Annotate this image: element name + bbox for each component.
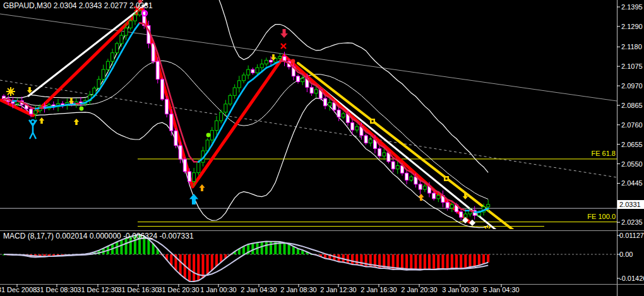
- macd-histogram-bar: [441, 254, 444, 269]
- time-axis-label: 2 Jan 20:30: [401, 286, 438, 294]
- macd-histogram-bar: [428, 254, 431, 269]
- ma-line-segment: [253, 76, 257, 80]
- macd-histogram-bar: [147, 239, 150, 254]
- candle-body: [278, 57, 282, 59]
- candle-body: [419, 184, 422, 189]
- ma-line-segment: [244, 83, 248, 89]
- macd-histogram-bar: [405, 254, 408, 270]
- candle-body: [464, 214, 467, 217]
- star-marker: [483, 225, 492, 234]
- candle-body: [437, 196, 440, 199]
- chart-canvas[interactable]: [0, 0, 644, 296]
- zigzag-line: [0, 9, 470, 223]
- candle-body: [460, 211, 463, 217]
- candle-body: [301, 78, 304, 81]
- macd-histogram-bar: [451, 254, 453, 268]
- price-axis-label: 2.0865: [621, 102, 643, 110]
- ma-line-segment: [135, 23, 140, 29]
- macd-indicator-label: MACD (8,17,7) 0.002014 0.000000 -0.00632…: [3, 232, 194, 240]
- candle-body: [405, 173, 408, 180]
- candle-body: [106, 61, 109, 69]
- macd-histogram-bar: [487, 254, 489, 263]
- price-axis-label: 2.1180: [621, 43, 642, 51]
- macd-histogram-bar: [478, 254, 480, 265]
- macd-histogram-bar: [288, 244, 290, 254]
- candle-body: [423, 186, 426, 189]
- price-axis-label: 2.0655: [621, 141, 643, 149]
- time-axis-label: 5 Jan 04:30: [483, 286, 520, 294]
- arrow-up-marker: [39, 117, 44, 124]
- macd-histogram-bar: [251, 244, 254, 254]
- candle-body: [297, 76, 300, 82]
- mt4-chart-window: GBPAUD,M30 2.0304 2.0343 2.0277 2.0331 M…: [0, 0, 644, 296]
- macd-histogram-bar: [292, 246, 295, 254]
- macd-histogram-bar: [201, 254, 204, 278]
- candle-body: [324, 98, 327, 106]
- time-axis-label: 2 Jan 04:30: [241, 286, 277, 294]
- candle-body: [383, 153, 386, 156]
- macd-histogram-bar: [482, 254, 485, 264]
- time-axis-label: 2 Jan 16:30: [361, 286, 397, 294]
- candle-body: [215, 121, 218, 130]
- price-axis-label: 2.0970: [621, 82, 643, 90]
- current-price-tag: 2.0331: [617, 200, 644, 209]
- price-axis-label: 2.0550: [621, 160, 643, 169]
- candle-body: [183, 159, 186, 172]
- ma-line-segment: [221, 121, 225, 129]
- time-axis-label: 31 Dec 16:30: [117, 286, 158, 294]
- ma-line-segment: [230, 104, 235, 112]
- fib-label: FE 61.8: [591, 150, 616, 158]
- macd-histogram-bar: [270, 242, 272, 254]
- macd-histogram-bar: [446, 254, 449, 269]
- fib-label: FE 100.0: [587, 213, 616, 221]
- macd-histogram-bar: [188, 254, 191, 281]
- macd-histogram-bar: [414, 254, 417, 269]
- candle-body: [120, 35, 123, 44]
- macd-histogram-bar: [283, 242, 286, 254]
- macd-histogram-bar: [333, 254, 335, 261]
- candle-body: [310, 87, 313, 93]
- candle-body: [160, 80, 164, 99]
- candle-body: [242, 75, 246, 81]
- arrow-up-marker: [189, 194, 198, 204]
- candle-body: [124, 28, 128, 35]
- arrow-up-marker: [199, 184, 205, 191]
- macd-histogram-bar: [410, 254, 412, 269]
- macd-histogram-bar: [265, 241, 268, 254]
- candle-body: [260, 64, 263, 68]
- candle-body: [102, 69, 105, 80]
- candle-body: [342, 114, 345, 117]
- macd-histogram-bar: [469, 254, 472, 267]
- time-axis-label: 31 Dec 2008: [0, 286, 37, 294]
- main-chart-area: [0, 0, 617, 235]
- candle-body: [251, 69, 254, 73]
- macd-histogram-bar: [347, 254, 349, 263]
- candle-body: [197, 162, 200, 172]
- macd-histogram-bar: [351, 254, 354, 264]
- candle-body: [129, 21, 132, 28]
- macd-histogram-bar: [365, 254, 367, 266]
- price-axis-label: 2.1395: [621, 3, 643, 11]
- candle-body: [170, 114, 173, 131]
- candle-body: [450, 204, 453, 208]
- macd-histogram-bar: [242, 246, 245, 254]
- macd-histogram-bar: [125, 238, 128, 254]
- macd-histogram-bar: [419, 254, 422, 270]
- candle-body: [487, 204, 490, 207]
- arrow-down-marker: [280, 29, 288, 38]
- candle-body: [210, 131, 213, 140]
- price-axis-label: 2.1075: [621, 62, 643, 71]
- square-marker: [370, 119, 375, 124]
- price-axis-label: 2.0445: [621, 179, 643, 187]
- dot-marker: [80, 107, 84, 111]
- candle-body: [355, 127, 359, 130]
- candle-body: [11, 102, 15, 104]
- price-axis-label: 2.0760: [621, 121, 643, 129]
- time-axis-label: 31 Dec 20:30: [158, 286, 199, 294]
- macd-histogram-bar: [397, 254, 399, 269]
- macd-histogram-bar: [197, 254, 200, 281]
- macd-histogram-bar: [206, 254, 209, 274]
- ma-line-segment: [185, 144, 189, 157]
- candle-body: [237, 81, 241, 88]
- candle-body: [369, 139, 372, 143]
